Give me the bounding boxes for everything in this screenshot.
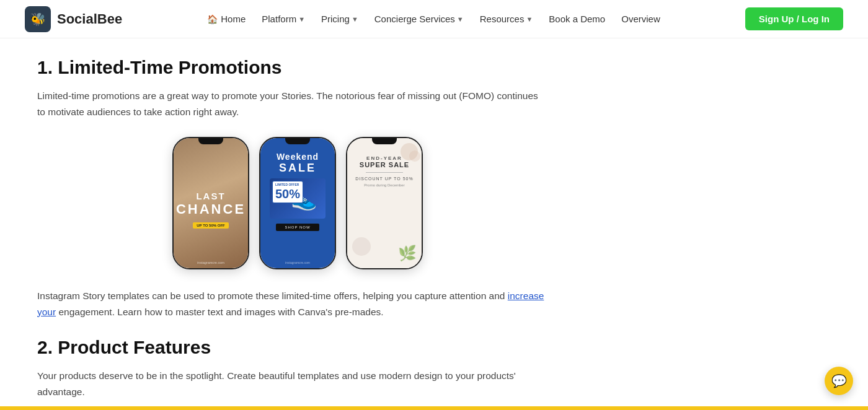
phone2-weekend-text: Weekend — [277, 152, 319, 162]
phone1-url: instagramcre.com — [197, 261, 224, 264]
phone2-percent: 50% — [275, 186, 300, 201]
phone2-shoe-area: LIMITED OFFER 50% 👟 — [270, 178, 326, 219]
chat-icon: 💬 — [831, 373, 847, 388]
phones-row: LAST CHANCE UP TO 50% OFF instagramcre.c… — [143, 137, 453, 269]
phone1-badge: UP TO 50% OFF — [193, 222, 228, 229]
phone2-notch — [285, 138, 310, 144]
nav-pricing[interactable]: Pricing ▼ — [315, 10, 365, 28]
phone-mockup-1: LAST CHANCE UP TO 50% OFF instagramcre.c… — [172, 137, 249, 269]
nav-overview[interactable]: Overview — [615, 10, 666, 28]
section-product-features: 2. Product Features Your products deserv… — [37, 337, 558, 410]
phone2-url: instagramcre.com — [285, 261, 310, 264]
phone2-sale-text: SALE — [279, 162, 316, 175]
phone3-promo-text: Promo during December — [364, 183, 404, 187]
section1-footer-text: Instagram Story templates can be used to… — [37, 288, 546, 320]
signup-button[interactable]: Sign Up / Log In — [745, 7, 843, 30]
phone3-divider — [366, 172, 403, 173]
main-content: 1. Limited-Time Promotions Limited-time … — [0, 38, 595, 410]
chevron-down-icon: ▼ — [457, 15, 464, 23]
section1-desc: Limited-time promotions are a great way … — [37, 88, 546, 120]
nav-resources[interactable]: Resources ▼ — [474, 10, 539, 28]
nav-platform[interactable]: Platform ▼ — [255, 10, 311, 28]
chat-bubble[interactable]: 💬 — [825, 367, 853, 395]
nav-links: 🏠 Home Platform ▼ Pricing ▼ Concierge Se… — [201, 10, 666, 28]
bee-icon: 🐝 — [30, 13, 46, 25]
phone3-endyear-text: END-YEAR — [366, 155, 402, 161]
phone2-shopnow: SHOP NOW — [276, 224, 319, 231]
phone3-discount-text: DISCOUNT UP TO 50% — [355, 177, 413, 181]
home-icon: 🏠 — [207, 14, 218, 24]
section-limited-time-promotions: 1. Limited-Time Promotions Limited-time … — [37, 57, 558, 320]
phone1-background: LAST CHANCE UP TO 50% OFF instagramcre.c… — [174, 138, 248, 268]
chevron-down-icon: ▼ — [298, 15, 305, 23]
logo-icon: 🐝 — [25, 6, 51, 32]
phone1-notch — [198, 138, 223, 144]
phone3-supersale-text: SUPER SALE — [360, 161, 409, 168]
phone3-notch — [372, 138, 397, 144]
nav-concierge[interactable]: Concierge Services ▼ — [368, 10, 470, 28]
phone-mockup-2: Weekend SALE LIMITED OFFER 50% 👟 SHOP NO… — [259, 137, 336, 269]
nav-home[interactable]: 🏠 Home — [201, 10, 252, 28]
phone2-background: Weekend SALE LIMITED OFFER 50% 👟 SHOP NO… — [260, 138, 335, 268]
chevron-down-icon: ▼ — [526, 15, 533, 23]
section1-heading: 1. Limited-Time Promotions — [37, 57, 558, 78]
chevron-down-icon: ▼ — [352, 15, 358, 23]
main-nav: 🐝 SocialBee 🏠 Home Platform ▼ Pricing ▼ … — [0, 0, 868, 38]
logo[interactable]: 🐝 SocialBee — [25, 6, 122, 32]
phone2-offer-badge: LIMITED OFFER 50% — [272, 181, 303, 203]
logo-text: SocialBee — [57, 11, 122, 27]
phone1-chance-text: CHANCE — [176, 201, 246, 217]
phone1-last-text: LAST — [196, 191, 225, 201]
nav-right: Sign Up / Log In — [745, 7, 843, 30]
phone3-background: END-YEAR SUPER SALE DISCOUNT UP TO 50% P… — [347, 138, 422, 268]
section2-desc: Your products deserve to be in the spotl… — [37, 368, 546, 399]
phone3-circle-decor — [352, 237, 371, 256]
phone3-decor2 — [409, 150, 420, 162]
section2-heading: 2. Product Features — [37, 337, 558, 358]
phone-mockup-3: END-YEAR SUPER SALE DISCOUNT UP TO 50% P… — [346, 137, 423, 269]
nav-book-demo[interactable]: Book a Demo — [542, 10, 611, 28]
bottom-bar — [0, 406, 868, 410]
plant-icon: 🌿 — [398, 245, 417, 262]
